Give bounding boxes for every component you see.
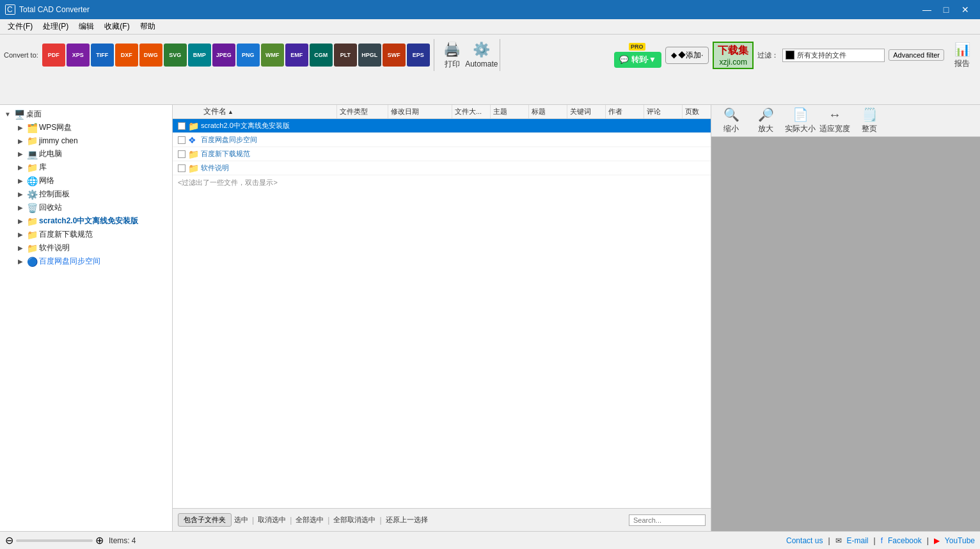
row-filename: scratch2.0中文离线免安装版 [201, 121, 708, 131]
zoom-out-button[interactable]: 🔍 缩小 [715, 107, 747, 135]
file-row-baidu-dl[interactable]: 📁 百度新下载规范 [173, 147, 711, 161]
youtube-link[interactable]: YouTube [945, 536, 975, 545]
tree-item-library[interactable]: ▶ 📁 库 [0, 161, 172, 174]
row-folder-icon: 📁 [188, 121, 201, 131]
actual-size-icon: 📄 [793, 107, 809, 122]
header-title[interactable]: 标题 [529, 105, 567, 118]
row-filename: 百度网盘同步空间 [201, 135, 708, 145]
fit-width-button[interactable]: ↔️ 适应宽度 [819, 107, 851, 135]
header-date[interactable]: 修改日期 [388, 105, 452, 118]
header-pages[interactable]: 页数 [683, 105, 708, 118]
row-checkbox[interactable] [175, 122, 188, 130]
format-xps-button[interactable]: XPS [67, 44, 90, 67]
tree-item-baidu-dl[interactable]: ▶ 📁 百度新下载规范 [0, 228, 172, 241]
maximize-button[interactable]: □ [937, 0, 956, 19]
tree-item-baidu-sync[interactable]: ▶ 🔵 百度网盘同步空间 [0, 255, 172, 268]
format-eps-button[interactable]: EPS [407, 44, 430, 67]
header-author[interactable]: 作者 [606, 105, 644, 118]
menu-process[interactable]: 处理(P) [38, 20, 74, 33]
include-subfolders-button[interactable]: 包含子文件夹 [178, 513, 232, 527]
tree-label-desktop: 桌面 [26, 109, 42, 120]
deselect-all-link[interactable]: 全部取消选中 [333, 515, 375, 525]
restore-link[interactable]: 还原上一选择 [386, 515, 428, 525]
file-row-baidu-sync[interactable]: ❖ 百度网盘同步空间 [173, 133, 711, 147]
format-dwg-button[interactable]: DWG [139, 44, 162, 67]
format-emf-button[interactable]: EMF [285, 44, 308, 67]
header-keywords[interactable]: 关键词 [567, 105, 606, 118]
filter-input[interactable]: 所有支持的文件 [782, 49, 885, 62]
advanced-filter-button[interactable]: Advanced filter [889, 49, 944, 61]
tree-item-thispc[interactable]: ▶ 💻 此电脑 [0, 147, 172, 161]
row-folder-icon: 📁 [188, 163, 201, 173]
tree-item-controlpanel[interactable]: ▶ ⚙️ 控制面板 [0, 187, 172, 201]
software-icon: 📁 [27, 243, 38, 253]
close-button[interactable]: ✕ [956, 0, 975, 19]
tree-item-recycle[interactable]: ▶ 🗑️ 回收站 [0, 201, 172, 214]
format-wmf-button[interactable]: WMF [261, 44, 284, 67]
tree-label-baidu-sync: 百度网盘同步空间 [39, 256, 100, 267]
header-theme[interactable]: 主题 [491, 105, 529, 118]
menu-edit[interactable]: 编辑 [74, 20, 99, 33]
zoom-slider[interactable] [16, 539, 93, 542]
add-button[interactable]: ◆ ◆添加· [665, 47, 709, 64]
format-plt-button[interactable]: PLT [334, 44, 357, 67]
select-link[interactable]: 选中 [234, 515, 248, 525]
format-pdf-button[interactable]: PDF [42, 44, 65, 67]
search-input[interactable] [629, 514, 706, 526]
menu-file[interactable]: 文件(F) [3, 20, 38, 33]
controlpanel-icon: ⚙️ [27, 189, 38, 200]
row-checkbox[interactable] [175, 164, 188, 172]
header-type[interactable]: 文件类型 [337, 105, 388, 118]
file-row-software[interactable]: 📁 软件说明 [173, 161, 711, 175]
actual-size-button[interactable]: 📄 实际大小 [784, 107, 816, 135]
format-jpeg-button[interactable]: JPEG [212, 44, 235, 67]
print-button[interactable]: 🖨️ 打印 [438, 37, 466, 73]
format-bmp-button[interactable]: BMP [188, 44, 211, 67]
convert-to-action-button[interactable]: 💬 转到·▼ [614, 52, 661, 68]
checkbox-icon [178, 164, 186, 172]
zoom-in-button[interactable]: 🔎 放大 [750, 107, 782, 135]
menu-help[interactable]: 帮助 [135, 20, 161, 33]
email-link[interactable]: E-mail [847, 536, 869, 545]
zoom-plus-button[interactable]: ⊕ [95, 534, 104, 546]
row-checkbox[interactable] [175, 150, 188, 158]
header-comment[interactable]: 评论 [644, 105, 683, 118]
zoom-minus-button[interactable]: ⊖ [5, 534, 13, 546]
format-swf-button[interactable]: SWF [383, 44, 406, 67]
separator: | [379, 516, 381, 525]
preview-area [711, 137, 980, 531]
title-bar-controls: — □ ✕ [917, 0, 975, 19]
format-cgm-button[interactable]: CGM [310, 44, 333, 67]
format-dxf-button[interactable]: DXF [115, 44, 138, 67]
tree-item-scratch[interactable]: ▶ 📁 scratch2.0中文离线免安装版 [0, 214, 172, 228]
format-hpgl-button[interactable]: HPGL [358, 44, 381, 67]
tree-item-wps[interactable]: ▶ 🗂️ WPS网盘 [0, 121, 172, 134]
deselect-link[interactable]: 取消选中 [258, 515, 286, 525]
header-name[interactable]: 文件名 ▲ [201, 105, 337, 118]
app-icon: C [5, 4, 15, 15]
tree-item-desktop[interactable]: ▼ 🖥️ 桌面 [0, 107, 172, 121]
youtube-icon: ▶ [934, 536, 940, 545]
file-row-scratch[interactable]: 📁 scratch2.0中文离线免安装版 [173, 119, 711, 133]
report-button[interactable]: 📊 报告 [948, 37, 976, 73]
minimize-button[interactable]: — [917, 0, 937, 19]
format-png-button[interactable]: PNG [237, 44, 260, 67]
row-checkbox[interactable] [175, 136, 188, 144]
format-svg-button[interactable]: SVG [164, 44, 187, 67]
tree-item-network[interactable]: ▶ 🌐 网络 [0, 174, 172, 187]
automate-button[interactable]: ⚙️ Automate [468, 37, 496, 73]
expand-icon: ▶ [15, 204, 26, 211]
tree-label-software: 软件说明 [39, 243, 70, 253]
facebook-link[interactable]: Facebook [888, 536, 922, 545]
filtered-message[interactable]: <过滤出了一些文件，双击显示> [173, 175, 711, 190]
full-page-button[interactable]: 🗒️ 整页 [853, 107, 885, 135]
select-all-link[interactable]: 全部选中 [296, 515, 324, 525]
tree-item-jimmy[interactable]: ▶ 📁 jimmy chen [0, 134, 172, 147]
baidu-dl-icon: 📁 [27, 230, 38, 240]
app-title: Total CAD Converter [19, 5, 90, 14]
contact-us-link[interactable]: Contact us [786, 536, 823, 545]
format-tiff-button[interactable]: TIFF [91, 44, 114, 67]
menu-favorites[interactable]: 收藏(F) [99, 20, 134, 33]
header-size[interactable]: 文件大... [452, 105, 491, 118]
tree-item-software[interactable]: ▶ 📁 软件说明 [0, 241, 172, 255]
